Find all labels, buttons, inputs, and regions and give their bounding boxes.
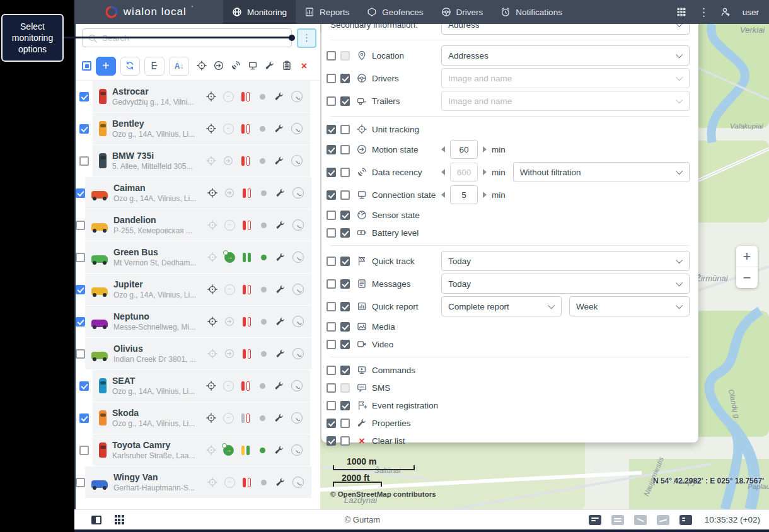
extended-checkbox[interactable] — [340, 436, 350, 446]
quick-report-template-select[interactable]: Complete report — [441, 296, 562, 316]
unit-properties-icon[interactable] — [272, 477, 289, 488]
worklist-checkbox[interactable] — [327, 322, 336, 332]
monitoring-options-button[interactable]: ⋮ — [297, 28, 316, 48]
unit-checkbox[interactable] — [79, 92, 89, 101]
stepper-decrease[interactable] — [441, 146, 445, 153]
unit-row-caiman[interactable]: CaimanOzo g., 14A, Vilnius, Li... — [76, 177, 320, 209]
stepper-increase[interactable] — [483, 192, 487, 198]
unit-checkbox[interactable] — [79, 446, 89, 455]
unit-tracking-icon[interactable] — [203, 124, 220, 134]
column-motion-state-icon[interactable] — [211, 61, 228, 72]
extended-checkbox[interactable] — [340, 145, 350, 154]
worklist-checkbox[interactable] — [327, 279, 336, 289]
unit-properties-icon[interactable] — [271, 124, 288, 134]
unit-properties-icon[interactable] — [272, 316, 289, 327]
tab-notifications[interactable]: Notifications — [492, 0, 571, 24]
stepper-value[interactable]: 600 — [450, 163, 478, 182]
unit-row-bmw-735i[interactable]: BMW 735i5. Allee, Mittelfeld 305... — [76, 145, 320, 176]
column-unit-tracking-icon[interactable] — [194, 61, 211, 72]
unit-tracking-icon[interactable] — [203, 91, 220, 102]
unit-row-bentley[interactable]: BentleyOzo g., 14A, Vilnius, Li... − — [76, 113, 320, 144]
column-clear-list-icon[interactable]: × — [296, 61, 313, 72]
extended-checkbox[interactable] — [340, 51, 350, 61]
unit-properties-icon[interactable] — [272, 284, 289, 295]
extended-checkbox[interactable] — [340, 125, 350, 134]
apps-dashboard-icon[interactable] — [113, 514, 125, 526]
unit-properties-icon[interactable] — [271, 156, 288, 166]
tab-geofences[interactable]: Geofences — [358, 0, 432, 24]
unit-menu-caret[interactable] — [292, 284, 304, 295]
quick-track-select[interactable]: Today — [441, 251, 690, 271]
messages-select[interactable]: Today — [441, 274, 690, 294]
worklist-checkbox[interactable] — [327, 190, 336, 200]
add-unit-button[interactable]: + — [96, 57, 116, 76]
extended-checkbox[interactable] — [340, 366, 350, 375]
unit-menu-caret[interactable] — [291, 123, 303, 134]
unit-menu-caret[interactable] — [291, 412, 303, 424]
stepper-value[interactable]: 5 — [450, 185, 478, 204]
worklist-checkbox[interactable] — [327, 74, 336, 83]
unit-tracking-icon[interactable] — [204, 252, 221, 263]
zoom-in-button[interactable]: + — [736, 246, 758, 267]
worklist-checkbox[interactable] — [327, 145, 336, 154]
unit-tracking-icon[interactable] — [204, 188, 221, 199]
stepper-increase[interactable] — [483, 169, 487, 175]
extended-checkbox[interactable] — [340, 322, 350, 332]
log-panel-icon[interactable] — [679, 515, 692, 525]
extended-checkbox[interactable] — [340, 96, 350, 106]
extended-checkbox[interactable] — [340, 401, 350, 410]
worklist-checkbox[interactable] — [327, 340, 336, 349]
unit-row-olivius[interactable]: OliviusIndian Creek Dr 3801, ... — [76, 338, 320, 369]
nav-kebab-icon[interactable]: ⋮ — [698, 7, 709, 18]
extended-checkbox[interactable] — [340, 257, 350, 266]
extended-checkbox[interactable] — [340, 168, 350, 177]
unit-tracking-icon[interactable] — [204, 220, 221, 231]
unit-checkbox[interactable] — [76, 253, 85, 262]
unit-menu-caret[interactable] — [291, 155, 303, 166]
sort-button[interactable]: A↓ — [169, 57, 189, 76]
unit-checkbox[interactable] — [76, 349, 85, 359]
media-panel-icon[interactable] — [657, 515, 669, 525]
drivers-select[interactable]: Image and name — [441, 68, 690, 88]
unit-properties-icon[interactable] — [272, 349, 289, 359]
unit-menu-caret[interactable] — [291, 91, 303, 102]
unit-checkbox[interactable] — [79, 156, 89, 166]
column-data-recency-icon[interactable] — [228, 61, 245, 72]
unit-menu-caret[interactable] — [291, 380, 303, 391]
unit-checkbox[interactable] — [76, 221, 85, 230]
unit-tracking-icon[interactable] — [203, 445, 220, 456]
extended-checkbox[interactable] — [340, 383, 350, 393]
data-recency-filter-select[interactable]: Without filtration — [513, 162, 690, 182]
worklist-checkbox[interactable] — [327, 211, 336, 220]
worklist-checkbox[interactable] — [327, 257, 336, 266]
unit-tracking-icon[interactable] — [203, 413, 220, 424]
worklist-checkbox[interactable] — [327, 168, 336, 177]
unit-properties-icon[interactable] — [271, 445, 288, 456]
unit-menu-caret[interactable] — [292, 348, 304, 359]
unit-tracking-icon[interactable] — [204, 477, 221, 488]
stepper-decrease[interactable] — [441, 169, 445, 175]
unit-row-jupiter[interactable]: JupiterOzo g., 14A, Vilnius, Li... − — [76, 274, 320, 305]
unit-properties-icon[interactable] — [271, 91, 288, 102]
unit-row-toyota-camry[interactable]: Toyota CamryKarlsruher Straße, Laa... → — [76, 434, 320, 466]
column-connection-state-icon[interactable] — [245, 61, 262, 72]
driver-activity-icon[interactable] — [589, 515, 601, 525]
unit-row-neptuno[interactable]: NeptunoMesse-Schnellweg, Mi... — [76, 306, 320, 337]
unit-row-green-bus[interactable]: Green BusMt Vernon St, Dedham... → — [76, 241, 320, 273]
unit-row-seat[interactable]: SEATOzo g., 14A, Vilnius, Li... − — [76, 370, 320, 402]
unit-properties-icon[interactable] — [272, 188, 289, 199]
worklist-checkbox[interactable] — [327, 419, 336, 428]
unit-row-wingy-van[interactable]: Wingy VanGerhart-Hauptmann-S... − — [76, 466, 320, 498]
unit-menu-caret[interactable] — [292, 219, 304, 231]
stepper-increase[interactable] — [483, 146, 487, 153]
column-registrar-icon[interactable] — [279, 61, 296, 72]
unit-tracking-icon[interactable] — [204, 349, 221, 359]
worklist-checkbox[interactable] — [327, 366, 336, 375]
unit-menu-caret[interactable] — [292, 316, 304, 327]
user-icon[interactable] — [720, 7, 731, 18]
unit-tracking-icon[interactable] — [204, 316, 221, 327]
unit-menu-caret[interactable] — [292, 477, 304, 488]
worklist-checkbox[interactable] — [327, 96, 336, 106]
zoom-out-button[interactable]: − — [736, 267, 758, 288]
unit-menu-caret[interactable] — [292, 187, 304, 199]
